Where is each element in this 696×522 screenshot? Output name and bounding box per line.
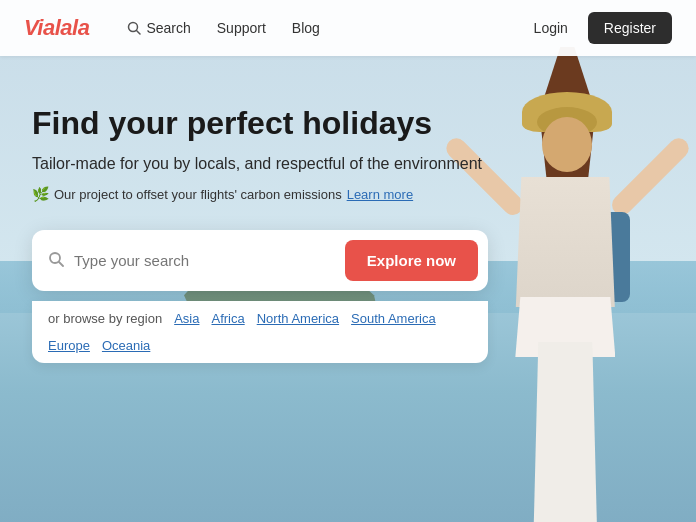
- magnifier-icon: [48, 251, 64, 267]
- person-head: [542, 117, 592, 172]
- browse-region-bar: or browse by region Asia Africa North Am…: [32, 301, 488, 363]
- register-button[interactable]: Register: [588, 12, 672, 44]
- region-link-asia[interactable]: Asia: [174, 311, 199, 326]
- search-input-icon: [48, 251, 64, 270]
- region-link-europe[interactable]: Europe: [48, 338, 90, 353]
- hero-subtitle: Tailor-made for you by locals, and respe…: [32, 152, 488, 176]
- brand-logo: Vialala: [24, 15, 89, 41]
- eco-learn-more-link[interactable]: Learn more: [347, 187, 413, 202]
- search-input[interactable]: [74, 252, 335, 269]
- region-link-south-america[interactable]: South America: [351, 311, 436, 326]
- leaf-icon: 🌿: [32, 186, 49, 202]
- eco-text: Our project to offset your flights' carb…: [54, 187, 342, 202]
- nav-blog-link[interactable]: Blog: [282, 14, 330, 42]
- region-link-oceania[interactable]: Oceania: [102, 338, 150, 353]
- hero-eco: 🌿 Our project to offset your flights' ca…: [32, 186, 488, 202]
- nav-search-label: Search: [146, 20, 190, 36]
- region-link-north-america[interactable]: North America: [257, 311, 339, 326]
- nav-search-trigger[interactable]: Search: [117, 14, 200, 42]
- svg-line-3: [59, 262, 63, 266]
- nav-right: Login Register: [524, 12, 672, 44]
- person-legs: [520, 342, 610, 522]
- svg-line-1: [137, 31, 141, 35]
- hero-title: Find your perfect holidays: [32, 104, 488, 142]
- search-box: Explore now: [32, 230, 488, 291]
- person-torso: [510, 177, 620, 307]
- nav-support-link[interactable]: Support: [207, 14, 276, 42]
- browse-label: or browse by region: [48, 311, 162, 326]
- explore-now-button[interactable]: Explore now: [345, 240, 478, 281]
- navbar: Vialala Search Support Blog Login Regist…: [0, 0, 696, 56]
- login-button[interactable]: Login: [524, 14, 578, 42]
- search-icon: [127, 21, 141, 35]
- nav-links: Search Support Blog: [117, 14, 523, 42]
- hero-content: Find your perfect holidays Tailor-made f…: [0, 56, 520, 363]
- region-link-africa[interactable]: Africa: [211, 311, 244, 326]
